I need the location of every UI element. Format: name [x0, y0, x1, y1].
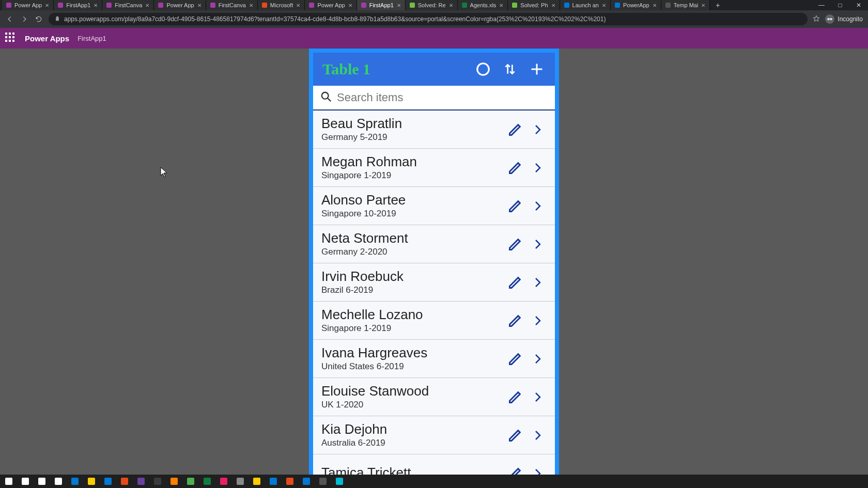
reload-button[interactable] — [34, 14, 43, 24]
tab-close-icon[interactable]: ✕ — [701, 3, 705, 8]
list-item[interactable]: Mechelle LozanoSingapore 1-2019 — [313, 302, 555, 340]
edit-button[interactable] — [506, 235, 524, 253]
chevron-right-icon[interactable] — [529, 350, 547, 368]
address-omnibox[interactable]: apps.powerapps.com/play/8a9a7cd0-9dcf-49… — [49, 13, 808, 25]
browser-tab[interactable]: FirstCanva✕ — [102, 0, 154, 10]
item-name: Mechelle Lozano — [321, 307, 501, 322]
browser-tab[interactable]: Microsoft✕ — [258, 0, 305, 10]
list-item[interactable]: Megan RohmanSingapore 1-2019 — [313, 149, 555, 187]
minimize-button[interactable]: — — [812, 0, 831, 10]
list-item[interactable]: Tamica Trickett — [313, 454, 555, 475]
new-tab-button[interactable]: + — [710, 0, 725, 10]
chevron-right-icon[interactable] — [529, 121, 547, 138]
tab-title: FirstApp1 — [66, 2, 90, 8]
chevron-right-icon[interactable] — [529, 159, 547, 177]
taskbar-app-icon[interactable] — [269, 477, 278, 486]
list-item[interactable]: Irvin RoebuckBrazil 6-2019 — [313, 263, 555, 302]
tab-close-icon[interactable]: ✕ — [602, 3, 606, 8]
browser-tab[interactable]: Solved: Re✕ — [406, 0, 458, 10]
chevron-right-icon[interactable] — [529, 388, 547, 406]
tab-close-icon[interactable]: ✕ — [197, 3, 202, 8]
taskbar-app-icon[interactable] — [318, 477, 328, 486]
chevron-right-icon[interactable] — [529, 235, 547, 253]
edit-button[interactable] — [506, 274, 524, 291]
browser-tab[interactable]: FirstApp1✕ — [54, 0, 102, 10]
add-button[interactable] — [528, 60, 546, 78]
browser-tab[interactable]: FirstApp1✕ — [357, 0, 406, 10]
browser-tab[interactable]: Temp Mai✕ — [661, 0, 710, 10]
browser-tab[interactable]: FirstCanva✕ — [206, 0, 258, 10]
taskbar-app-icon[interactable] — [136, 477, 146, 486]
taskbar-app-icon[interactable] — [21, 477, 30, 486]
taskbar-app-icon[interactable] — [37, 477, 47, 486]
edit-button[interactable] — [506, 465, 524, 475]
tab-close-icon[interactable]: ✕ — [348, 3, 352, 8]
tab-title: Launch an — [572, 2, 599, 8]
bookmark-star-icon[interactable] — [813, 15, 820, 24]
edit-button[interactable] — [506, 159, 524, 177]
tab-close-icon[interactable]: ✕ — [499, 3, 503, 8]
edit-button[interactable] — [506, 197, 524, 215]
tab-close-icon[interactable]: ✕ — [551, 3, 555, 8]
list-item[interactable]: Beau SpratlinGermany 5-2019 — [313, 111, 555, 149]
taskbar-app-icon[interactable] — [203, 477, 212, 486]
tab-close-icon[interactable]: ✕ — [45, 3, 49, 8]
browser-tab[interactable]: Launch an✕ — [560, 0, 611, 10]
tab-close-icon[interactable]: ✕ — [94, 3, 98, 8]
chevron-right-icon[interactable] — [529, 312, 547, 329]
close-window-button[interactable]: ✕ — [849, 0, 868, 10]
taskbar-app-icon[interactable] — [236, 477, 245, 486]
back-button[interactable] — [5, 14, 14, 24]
chevron-right-icon[interactable] — [529, 465, 547, 475]
list-item[interactable]: Ivana HargreavesUnited States 6-2019 — [313, 340, 555, 378]
taskbar-app-icon[interactable] — [285, 477, 295, 486]
tab-close-icon[interactable]: ✕ — [249, 3, 253, 8]
browser-tab[interactable]: Power App✕ — [305, 0, 357, 10]
taskbar-app-icon[interactable] — [186, 477, 195, 486]
browser-tab[interactable]: PowerApp✕ — [611, 0, 661, 10]
chevron-right-icon[interactable] — [529, 427, 547, 444]
tab-favicon-icon — [158, 3, 163, 8]
forward-button[interactable] — [20, 14, 29, 24]
tab-close-icon[interactable]: ✕ — [397, 3, 401, 8]
browser-tab[interactable]: Power App✕ — [2, 0, 54, 10]
tab-close-icon[interactable]: ✕ — [653, 3, 657, 8]
items-list[interactable]: Beau SpratlinGermany 5-2019Megan RohmanS… — [313, 111, 555, 475]
item-subtitle: Singapore 10-2019 — [321, 209, 501, 219]
taskbar-app-icon[interactable] — [219, 477, 228, 486]
app-launcher-icon[interactable] — [5, 33, 17, 44]
taskbar-app-icon[interactable] — [153, 477, 162, 486]
tab-close-icon[interactable]: ✕ — [145, 3, 149, 8]
taskbar-app-icon[interactable] — [87, 477, 96, 486]
chevron-right-icon[interactable] — [529, 197, 547, 215]
search-input[interactable] — [337, 91, 548, 104]
edit-button[interactable] — [506, 350, 524, 368]
taskbar-app-icon[interactable] — [70, 477, 80, 486]
taskbar-app-icon[interactable] — [252, 477, 261, 486]
taskbar-app-icon[interactable] — [120, 477, 129, 486]
taskbar-app-icon[interactable] — [302, 477, 311, 486]
edit-button[interactable] — [506, 312, 524, 329]
tab-close-icon[interactable]: ✕ — [449, 3, 453, 8]
list-item[interactable]: Kia DejohnAustralia 6-2019 — [313, 416, 555, 454]
browser-tab[interactable]: Power App✕ — [154, 0, 206, 10]
browser-tab[interactable]: Agents.xls✕ — [458, 0, 508, 10]
taskbar-app-icon[interactable] — [335, 477, 344, 486]
edit-button[interactable] — [506, 388, 524, 406]
taskbar-app-icon[interactable] — [103, 477, 113, 486]
maximize-button[interactable]: □ — [831, 0, 849, 10]
edit-button[interactable] — [506, 427, 524, 444]
taskbar-app-icon[interactable] — [4, 477, 13, 486]
list-item[interactable]: Neta StormentGermany 2-2020 — [313, 225, 555, 263]
taskbar-app-icon[interactable] — [54, 477, 63, 486]
tab-close-icon[interactable]: ✕ — [296, 3, 300, 8]
browser-tab[interactable]: Solved: Ph✕ — [508, 0, 560, 10]
item-name: Kia Dejohn — [321, 422, 501, 437]
list-item[interactable]: Elouise StanwoodUK 1-2020 — [313, 378, 555, 416]
chevron-right-icon[interactable] — [529, 274, 547, 291]
sort-button[interactable] — [501, 60, 519, 78]
list-item[interactable]: Alonso ParteeSingapore 10-2019 — [313, 187, 555, 225]
taskbar-app-icon[interactable] — [169, 477, 179, 486]
edit-button[interactable] — [506, 121, 524, 138]
refresh-button[interactable] — [474, 60, 492, 78]
